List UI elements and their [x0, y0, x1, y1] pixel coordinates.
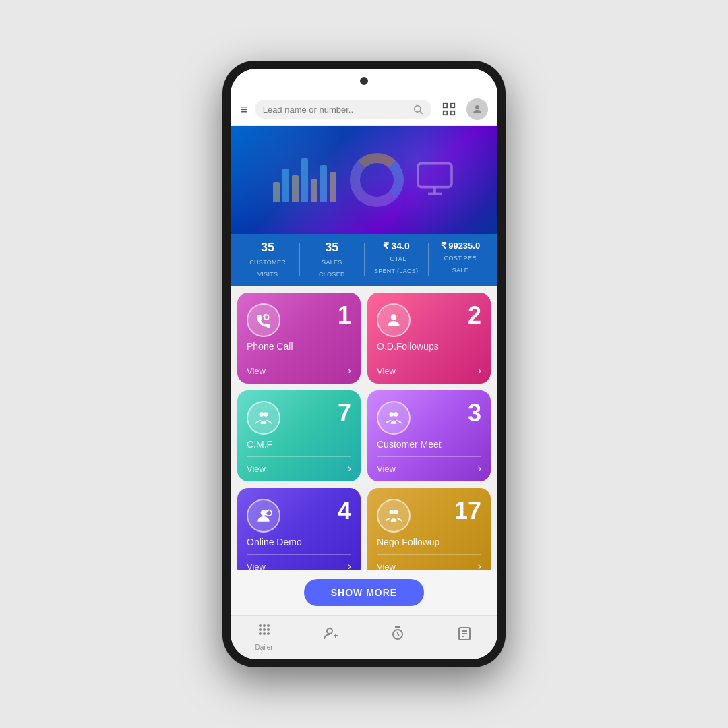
cards-scroll: 1 Phone Call View › ! 2	[231, 286, 497, 570]
cmf-view-label: View	[247, 464, 266, 474]
svg-point-21	[394, 510, 398, 514]
svg-rect-3	[451, 104, 455, 108]
card-nego-followup[interactable]: 17 Nego Followup View ›	[367, 488, 491, 570]
svg-point-28	[259, 632, 262, 635]
svg-point-31	[327, 628, 332, 634]
nego-followup-view-row: View ›	[377, 554, 481, 570]
svg-rect-5	[451, 111, 455, 115]
add-contact-icon	[323, 626, 339, 646]
od-followups-icon: !	[385, 311, 402, 329]
clock-report-icon	[390, 626, 406, 646]
customer-meet-view-row: View ›	[377, 456, 481, 475]
pie-chart	[350, 153, 404, 207]
svg-rect-4	[444, 111, 448, 115]
online-demo-icon-circle	[247, 499, 280, 533]
nego-followup-view-label: View	[377, 562, 396, 570]
scan-icon[interactable]	[438, 98, 460, 120]
cmf-title: C.M.F	[247, 439, 351, 450]
svg-point-0	[415, 106, 421, 112]
od-followups-count: 2	[468, 303, 481, 328]
banner	[231, 126, 497, 234]
svg-point-24	[267, 624, 270, 627]
svg-point-11	[391, 314, 397, 320]
card-od-followups-top: ! 2	[377, 303, 481, 337]
phone-call-arrow-icon: ›	[348, 365, 351, 377]
dailer-icon	[256, 621, 272, 642]
svg-point-10	[264, 315, 269, 320]
stat-cost-per-sale-value: ₹ 99235.0	[429, 241, 492, 251]
phone-call-title: Phone Call	[247, 341, 351, 352]
online-demo-view-row: View ›	[247, 554, 351, 570]
phone-screen: ≡	[231, 69, 497, 659]
report-icon	[456, 626, 473, 646]
show-more-area: SHOW MORE	[231, 570, 497, 615]
phone-call-count: 1	[338, 303, 351, 328]
online-demo-title: Online Demo	[247, 537, 351, 547]
stat-sales-closed-value: 35	[300, 241, 363, 255]
card-od-followups[interactable]: ! 2 O.D.Followups View ›	[367, 293, 491, 384]
banner-decoration	[231, 126, 497, 234]
card-online-demo[interactable]: 4 Online Demo View ›	[237, 488, 361, 570]
search-input[interactable]	[263, 104, 407, 115]
stats-bar: 35 CUSTOMERVISITS 35 SALESCLOSED ₹ 34.0 …	[231, 234, 497, 286]
card-customer-meet-top: 3	[377, 401, 481, 435]
stat-sales-closed-label: SALESCLOSED	[319, 259, 345, 278]
show-more-button[interactable]: SHOW MORE	[304, 579, 424, 606]
nav-clock-report[interactable]	[364, 626, 431, 648]
phone-call-view-label: View	[247, 366, 266, 376]
nav-dailer[interactable]: Dailer	[231, 621, 297, 651]
customer-meet-icon	[385, 409, 402, 427]
svg-line-36	[398, 634, 399, 636]
od-followups-arrow-icon: ›	[478, 365, 481, 377]
card-phone-call[interactable]: 1 Phone Call View ›	[237, 293, 361, 384]
cmf-icon-circle	[247, 401, 280, 435]
customer-meet-view-label: View	[377, 464, 396, 474]
stat-customer-visits-value: 35	[236, 241, 299, 255]
card-online-demo-top: 4	[247, 499, 351, 533]
online-demo-count: 4	[338, 499, 351, 523]
nego-followup-arrow-icon: ›	[478, 560, 481, 570]
online-demo-arrow-icon: ›	[348, 560, 351, 570]
bottom-nav: Dailer	[231, 615, 497, 659]
phone-call-icon-circle	[247, 303, 280, 337]
notch-area	[231, 69, 497, 93]
cmf-count: 7	[338, 401, 351, 425]
od-followups-icon-circle: !	[377, 303, 411, 337]
camera-notch	[360, 77, 368, 85]
card-cmf-top: 7	[247, 401, 351, 435]
nego-followup-icon-circle	[377, 499, 411, 533]
search-icon	[413, 104, 423, 115]
svg-point-30	[267, 632, 270, 635]
svg-rect-2	[444, 104, 448, 108]
dailer-label: Dailer	[255, 644, 272, 651]
cmf-arrow-icon: ›	[348, 462, 351, 475]
nego-followup-count: 17	[454, 499, 481, 523]
phone-call-icon	[255, 311, 272, 329]
user-avatar[interactable]	[466, 98, 488, 120]
svg-text:!: !	[396, 314, 398, 318]
stat-cost-per-sale-label: COST PERSALE	[444, 255, 477, 274]
card-cmf[interactable]: 7 C.M.F View ›	[237, 390, 361, 481]
svg-rect-7	[418, 164, 452, 187]
cmf-icon	[255, 409, 272, 427]
nego-followup-icon	[385, 507, 402, 524]
chart-bars	[273, 158, 336, 202]
svg-point-22	[259, 624, 262, 627]
cmf-view-row: View ›	[247, 456, 351, 475]
stat-customer-visits: 35 CUSTOMERVISITS	[236, 241, 299, 279]
nav-report[interactable]	[431, 626, 497, 648]
svg-point-29	[263, 632, 266, 635]
svg-point-6	[475, 105, 479, 109]
header-icons	[438, 98, 488, 120]
nav-add-contact[interactable]	[297, 626, 364, 648]
card-customer-meet[interactable]: 3 Customer Meet View ›	[367, 390, 491, 481]
cards-grid: 1 Phone Call View › ! 2	[237, 293, 491, 570]
svg-point-25	[259, 628, 262, 631]
online-demo-view-label: View	[247, 562, 266, 570]
svg-point-16	[390, 412, 394, 417]
svg-line-1	[420, 111, 423, 114]
search-bar[interactable]	[255, 100, 431, 119]
customer-meet-arrow-icon: ›	[478, 462, 481, 475]
menu-icon[interactable]: ≡	[240, 102, 248, 117]
nego-followup-title: Nego Followup	[377, 537, 481, 547]
